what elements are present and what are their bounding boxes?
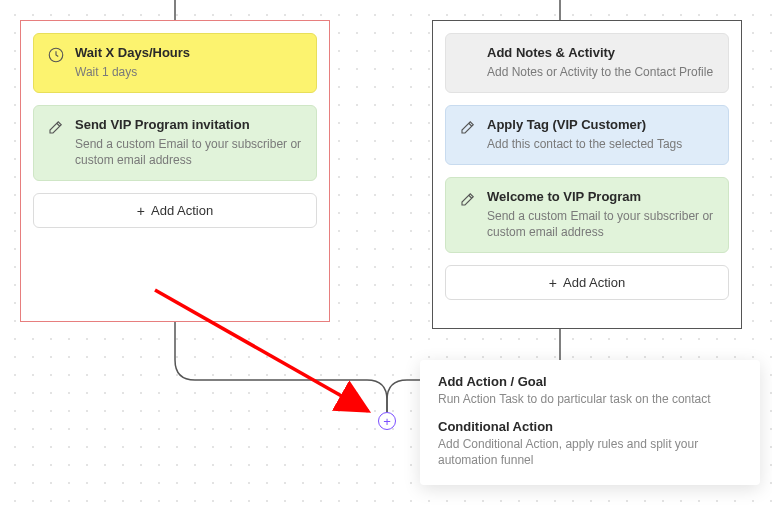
tag-title: Apply Tag (VIP Customer) xyxy=(487,117,715,134)
wait-desc: Wait 1 days xyxy=(75,64,303,80)
opt2-title: Conditional Action xyxy=(438,419,742,434)
opt1-title: Add Action / Goal xyxy=(438,374,742,389)
add-action-button-right[interactable]: + Add Action xyxy=(445,265,729,300)
notes-desc: Add Notes or Activity to the Contact Pro… xyxy=(487,64,715,80)
wait-step[interactable]: Wait X Days/Hours Wait 1 days xyxy=(33,33,317,93)
welcome-email-step[interactable]: Welcome to VIP Program Send a custom Ema… xyxy=(445,177,729,253)
add-node-button[interactable]: + xyxy=(378,412,396,430)
menu-option-conditional[interactable]: Conditional Action Add Conditional Actio… xyxy=(438,419,742,468)
welcome-title: Welcome to VIP Program xyxy=(487,189,715,206)
compose-icon xyxy=(459,190,477,208)
welcome-desc: Send a custom Email to your subscriber o… xyxy=(487,208,715,240)
add-action-label: Add Action xyxy=(151,203,213,218)
add-action-label: Add Action xyxy=(563,275,625,290)
notes-title: Add Notes & Activity xyxy=(487,45,715,62)
add-node-menu: Add Action / Goal Run Action Task to do … xyxy=(420,360,760,485)
email-title: Send VIP Program invitation xyxy=(75,117,303,134)
tag-icon xyxy=(459,118,477,136)
wait-title: Wait X Days/Hours xyxy=(75,45,303,62)
menu-option-action-goal[interactable]: Add Action / Goal Run Action Task to do … xyxy=(438,374,742,407)
email-desc: Send a custom Email to your subscriber o… xyxy=(75,136,303,168)
add-notes-step[interactable]: Add Notes & Activity Add Notes or Activi… xyxy=(445,33,729,93)
opt2-desc: Add Conditional Action, apply rules and … xyxy=(438,436,742,468)
tag-desc: Add this contact to the selected Tags xyxy=(487,136,715,152)
action-panel-right: Add Notes & Activity Add Notes or Activi… xyxy=(432,20,742,329)
compose-icon xyxy=(47,118,65,136)
plus-icon: + xyxy=(137,204,145,218)
clock-icon xyxy=(47,46,65,64)
opt1-desc: Run Action Task to do particular task on… xyxy=(438,391,742,407)
apply-tag-step[interactable]: Apply Tag (VIP Customer) Add this contac… xyxy=(445,105,729,165)
plus-icon: + xyxy=(549,276,557,290)
action-panel-left: Wait X Days/Hours Wait 1 days Send VIP P… xyxy=(20,20,330,322)
add-action-button-left[interactable]: + Add Action xyxy=(33,193,317,228)
send-email-step[interactable]: Send VIP Program invitation Send a custo… xyxy=(33,105,317,181)
